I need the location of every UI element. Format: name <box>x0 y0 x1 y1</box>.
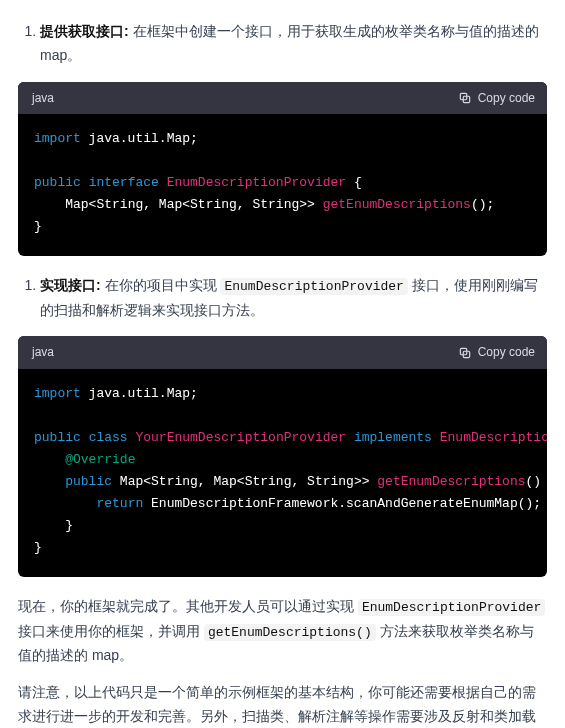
text-fragment: 现在，你的框架就完成了。其他开发人员可以通过实现 <box>18 598 358 614</box>
text-fragment: map。 <box>40 47 81 63</box>
paragraph: 请注意，以上代码只是一个简单的示例框架的基本结构，你可能还需要根据自己的需求进行… <box>18 681 547 728</box>
clipboard-icon <box>458 91 472 105</box>
list-item-text: 提供获取接口: 在框架中创建一个接口，用于获取生成的枚举类名称与值的描述的 ma… <box>40 23 539 63</box>
ordered-list: 提供获取接口: 在框架中创建一个接口，用于获取生成的枚举类名称与值的描述的 ma… <box>18 20 547 68</box>
inline-code: EnumDescriptionProvider <box>358 599 545 616</box>
code-body: import java.util.Map; public interface E… <box>18 114 547 256</box>
text-fragment: 在框架中创建一个接口，用于获取生成的枚举类名称与值的描述的 <box>129 23 539 39</box>
code-body: import java.util.Map; public class YourE… <box>18 369 547 578</box>
list-item-text: 实现接口: 在你的项目中实现 EnumDescriptionProvider 接… <box>40 277 538 317</box>
paragraph: 现在，你的框架就完成了。其他开发人员可以通过实现 EnumDescription… <box>18 595 547 667</box>
list-item: 实现接口: 在你的项目中实现 EnumDescriptionProvider 接… <box>40 274 547 322</box>
code-lang-label: java <box>32 342 54 362</box>
code-block: java Copy code import java.util.Map; pub… <box>18 336 547 577</box>
code-header: java Copy code <box>18 336 547 368</box>
paragraphs: 现在，你的框架就完成了。其他开发人员可以通过实现 EnumDescription… <box>18 595 547 728</box>
copy-code-label: Copy code <box>478 88 535 108</box>
ordered-list: 实现接口: 在你的项目中实现 EnumDescriptionProvider 接… <box>18 274 547 322</box>
code-header: java Copy code <box>18 82 547 114</box>
copy-code-button[interactable]: Copy code <box>458 88 535 108</box>
list-item-title: 实现接口: <box>40 277 101 293</box>
text-fragment: 在你的项目中实现 <box>101 277 221 293</box>
list-item-title: 提供获取接口: <box>40 23 129 39</box>
document-page: 提供获取接口: 在框架中创建一个接口，用于获取生成的枚举类名称与值的描述的 ma… <box>0 0 565 728</box>
text-fragment: 接口来使用你的框架，并调用 <box>18 623 204 639</box>
copy-code-button[interactable]: Copy code <box>458 342 535 362</box>
code-block: java Copy code import java.util.Map; pub… <box>18 82 547 257</box>
inline-code: getEnumDescriptions() <box>204 624 376 641</box>
list-item: 提供获取接口: 在框架中创建一个接口，用于获取生成的枚举类名称与值的描述的 ma… <box>40 20 547 68</box>
copy-code-label: Copy code <box>478 342 535 362</box>
code-lang-label: java <box>32 88 54 108</box>
clipboard-icon <box>458 346 472 360</box>
inline-code: EnumDescriptionProvider <box>220 278 407 295</box>
